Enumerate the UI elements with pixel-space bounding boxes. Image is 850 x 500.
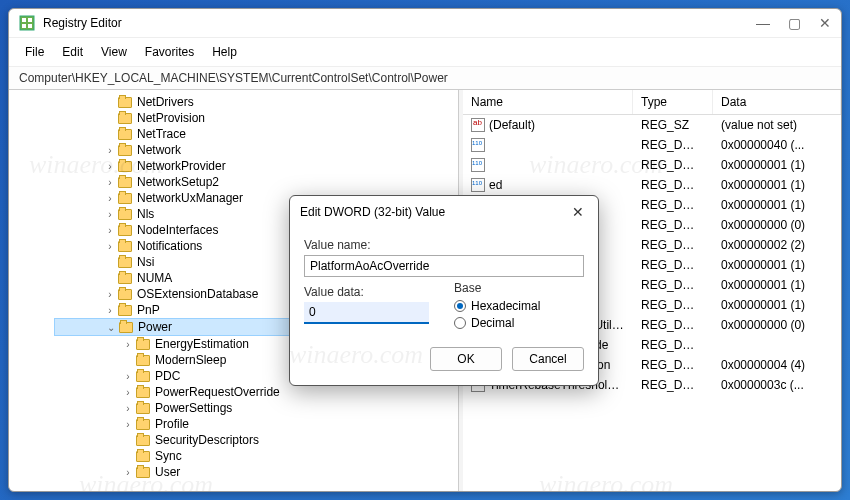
menu-file[interactable]: File <box>17 42 52 62</box>
value-type: REG_DWORD <box>633 256 713 274</box>
dec-label: Decimal <box>471 316 514 330</box>
expand-icon[interactable]: › <box>104 161 116 172</box>
tree-node-powerrequestoverride[interactable]: ›PowerRequestOverride <box>54 384 454 400</box>
expand-icon[interactable]: › <box>122 419 134 430</box>
folder-icon <box>136 467 150 478</box>
menu-favorites[interactable]: Favorites <box>137 42 202 62</box>
tree-node-powersettings[interactable]: ›PowerSettings <box>54 400 454 416</box>
expand-icon[interactable]: › <box>104 145 116 156</box>
expand-icon[interactable]: › <box>122 403 134 414</box>
list-row[interactable]: REG_DWORD0x00000001 (1) <box>463 155 841 175</box>
tree-node-user[interactable]: ›User <box>54 464 454 480</box>
tree-node-networksetup2[interactable]: ›NetworkSetup2 <box>54 174 454 190</box>
folder-icon <box>118 289 132 300</box>
list-row[interactable]: REG_DWORD0x00000040 (... <box>463 135 841 155</box>
tree-node-nettrace[interactable]: NetTrace <box>54 126 454 142</box>
folder-icon <box>136 403 150 414</box>
tree-label: PDC <box>155 369 180 383</box>
tree-label: ModernSleep <box>155 353 226 367</box>
tree-label: Nls <box>137 207 154 221</box>
value-data: 0x00000001 (1) <box>713 156 841 174</box>
value-icon <box>471 158 485 172</box>
expand-icon[interactable]: › <box>122 467 134 478</box>
folder-icon <box>136 371 150 382</box>
expand-icon[interactable]: › <box>104 193 116 204</box>
tree-label: NetworkSetup2 <box>137 175 219 189</box>
value-name-input[interactable] <box>304 255 584 277</box>
folder-icon <box>136 355 150 366</box>
col-type[interactable]: Type <box>633 90 713 114</box>
col-name[interactable]: Name <box>463 90 633 114</box>
tree-node-netprovision[interactable]: NetProvision <box>54 110 454 126</box>
tree-label: PowerSettings <box>155 401 232 415</box>
ok-button[interactable]: OK <box>430 347 502 371</box>
close-button[interactable]: ✕ <box>819 15 831 31</box>
radio-decimal[interactable]: Decimal <box>454 316 584 330</box>
value-data-input[interactable] <box>304 302 429 324</box>
menu-view[interactable]: View <box>93 42 135 62</box>
folder-icon <box>118 177 132 188</box>
value-name: (Default) <box>489 118 535 132</box>
menu-help[interactable]: Help <box>204 42 245 62</box>
radio-hexadecimal[interactable]: Hexadecimal <box>454 299 584 313</box>
expand-icon[interactable]: › <box>122 387 134 398</box>
folder-icon <box>118 193 132 204</box>
folder-icon <box>118 145 132 156</box>
list-header[interactable]: Name Type Data <box>463 90 841 115</box>
expand-icon[interactable]: › <box>104 225 116 236</box>
tree-node-network[interactable]: ›Network <box>54 142 454 158</box>
tree-node-sync[interactable]: Sync <box>54 448 454 464</box>
tree-label: Sync <box>155 449 182 463</box>
col-data[interactable]: Data <box>713 90 841 114</box>
folder-icon <box>136 419 150 430</box>
dialog-title: Edit DWORD (32-bit) Value <box>300 205 568 219</box>
app-icon <box>19 15 35 31</box>
value-data: 0x00000001 (1) <box>713 176 841 194</box>
value-type: REG_DWORD <box>633 196 713 214</box>
svg-rect-4 <box>28 24 32 28</box>
list-row[interactable]: (Default)REG_SZ(value not set) <box>463 115 841 135</box>
folder-icon <box>118 209 132 220</box>
value-data: 0x00000000 (0) <box>713 316 841 334</box>
minimize-button[interactable]: — <box>756 15 770 31</box>
menu-edit[interactable]: Edit <box>54 42 91 62</box>
folder-icon <box>136 451 150 462</box>
dialog-titlebar[interactable]: Edit DWORD (32-bit) Value ✕ <box>290 196 598 228</box>
tree-label: NetTrace <box>137 127 186 141</box>
address-bar[interactable]: Computer\HKEY_LOCAL_MACHINE\SYSTEM\Curre… <box>9 67 841 90</box>
value-data: 0x0000003c (... <box>713 376 841 394</box>
expand-icon[interactable]: › <box>104 289 116 300</box>
tree-label: SecurityDescriptors <box>155 433 259 447</box>
expand-icon[interactable]: ⌄ <box>105 322 117 333</box>
tree-label: NetProvision <box>137 111 205 125</box>
value-type: REG_DWORD <box>633 376 713 394</box>
radio-icon <box>454 317 466 329</box>
titlebar[interactable]: Registry Editor — ▢ ✕ <box>9 9 841 38</box>
value-type: REG_DWORD <box>633 336 713 354</box>
expand-icon[interactable]: › <box>104 305 116 316</box>
value-type: REG_DWORD <box>633 136 713 154</box>
tree-label: EnergyEstimation <box>155 337 249 351</box>
folder-icon <box>118 241 132 252</box>
value-type: REG_DWORD <box>633 176 713 194</box>
tree-node-securitydescriptors[interactable]: SecurityDescriptors <box>54 432 454 448</box>
maximize-button[interactable]: ▢ <box>788 15 801 31</box>
value-data: 0x00000001 (1) <box>713 196 841 214</box>
expand-icon[interactable]: › <box>104 209 116 220</box>
expand-icon[interactable]: › <box>122 371 134 382</box>
dialog-close-icon[interactable]: ✕ <box>568 204 588 220</box>
expand-icon[interactable]: › <box>104 177 116 188</box>
cancel-button[interactable]: Cancel <box>512 347 584 371</box>
svg-rect-3 <box>22 24 26 28</box>
edit-dword-dialog: Edit DWORD (32-bit) Value ✕ Value name: … <box>289 195 599 386</box>
value-icon <box>471 178 485 192</box>
value-data: 0x00000001 (1) <box>713 276 841 294</box>
list-row[interactable]: edREG_DWORD0x00000001 (1) <box>463 175 841 195</box>
tree-node-netdrivers[interactable]: NetDrivers <box>54 94 454 110</box>
tree-node-profile[interactable]: ›Profile <box>54 416 454 432</box>
expand-icon[interactable]: › <box>122 339 134 350</box>
tree-node-networkprovider[interactable]: ›NetworkProvider <box>54 158 454 174</box>
folder-icon <box>119 322 133 333</box>
folder-icon <box>118 225 132 236</box>
expand-icon[interactable]: › <box>104 241 116 252</box>
